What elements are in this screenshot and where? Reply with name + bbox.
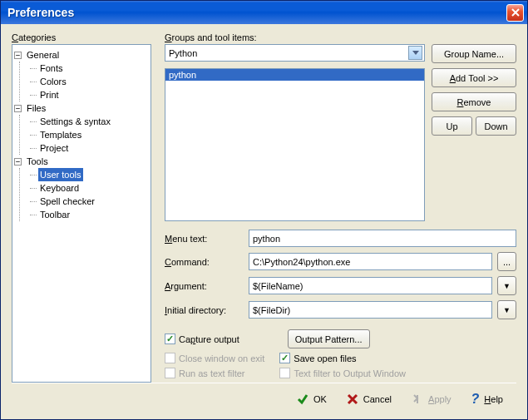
capture-output-checkbox[interactable]: ✓ Capture output	[165, 334, 239, 344]
checkbox-icon: ✓	[165, 334, 175, 344]
collapse-icon[interactable]: −	[14, 52, 22, 59]
list-item[interactable]: python	[165, 69, 424, 81]
tree-item-general[interactable]: − General	[14, 48, 149, 62]
dialog-footer: OK Cancel Apply ? Help	[12, 383, 516, 414]
group-name-button[interactable]: Group Name...	[432, 44, 516, 63]
tree-item-fonts[interactable]: Fonts	[30, 62, 149, 75]
argument-label: Argument:	[165, 281, 244, 291]
close-on-exit-checkbox: Close window on exit	[165, 353, 264, 363]
tree-item-tools[interactable]: − Tools	[14, 155, 149, 168]
tree-item-files[interactable]: − Files	[14, 101, 149, 115]
categories-tree[interactable]: − General Fonts Colors Print −	[12, 44, 151, 383]
tool-items-list[interactable]: python	[165, 68, 425, 221]
checkbox-icon	[165, 368, 175, 378]
apply-button: Apply	[412, 393, 452, 405]
combo-dropdown-button[interactable]	[408, 46, 422, 60]
menu-text-input[interactable]: python	[249, 230, 516, 247]
command-input[interactable]: C:\Python24\python.exe	[249, 253, 492, 270]
groups-combo[interactable]: Python	[165, 44, 425, 62]
close-button[interactable]	[506, 4, 524, 22]
checkbox-icon	[279, 368, 290, 378]
chevron-down-icon: ▼	[503, 306, 511, 314]
apply-icon	[412, 393, 423, 405]
titlebar: Preferences	[1, 1, 527, 24]
remove-button[interactable]: Remove	[432, 92, 516, 111]
tree-item-print[interactable]: Print	[30, 88, 149, 101]
tree-item-colors[interactable]: Colors	[30, 75, 149, 88]
argument-dropdown-button[interactable]: ▼	[497, 276, 516, 295]
tree-item-settings-syntax[interactable]: Settings & syntax	[30, 115, 149, 128]
help-icon: ?	[471, 392, 480, 407]
output-pattern-button[interactable]: Output Pattern...	[288, 329, 370, 348]
initial-dir-input[interactable]: $(FileDir)	[249, 301, 492, 319]
initial-dir-dropdown-button[interactable]: ▼	[497, 300, 516, 319]
run-as-text-filter-checkbox: Run as text filter	[165, 368, 244, 378]
collapse-icon[interactable]: −	[14, 158, 22, 166]
argument-input[interactable]: $(FileName)	[249, 277, 492, 294]
command-label: Command:	[165, 257, 244, 267]
down-button[interactable]: Down	[476, 116, 516, 136]
window-title: Preferences	[7, 6, 506, 19]
tree-item-user-tools[interactable]: User tools	[30, 168, 149, 181]
preferences-window: Preferences Categories − General Font	[0, 0, 528, 420]
ok-button[interactable]: OK	[297, 393, 327, 405]
ellipsis-icon: ...	[503, 257, 511, 267]
cancel-button[interactable]: Cancel	[347, 393, 392, 405]
groups-label: Groups and tool items:	[165, 32, 516, 42]
categories-label: Categories	[12, 32, 151, 42]
collapse-icon[interactable]: −	[14, 105, 22, 112]
tree-item-project[interactable]: Project	[30, 141, 149, 155]
tree-item-spell-checker[interactable]: Spell checker	[30, 195, 149, 208]
initial-dir-label: Initial directory:	[165, 305, 244, 315]
browse-command-button[interactable]: ...	[497, 252, 516, 271]
checkbox-icon	[165, 353, 175, 363]
chevron-down-icon	[412, 51, 419, 55]
add-tool-button[interactable]: Add Tool >>	[432, 68, 516, 87]
menu-text-label: Menu text:	[165, 234, 244, 244]
chevron-down-icon: ▼	[503, 282, 511, 290]
checkbox-icon: ✓	[279, 353, 290, 363]
text-filter-output-checkbox: Text filter to Output Window	[279, 368, 406, 378]
x-icon	[347, 393, 358, 405]
up-button[interactable]: Up	[432, 116, 472, 136]
save-open-files-checkbox[interactable]: ✓ Save open files	[279, 353, 356, 363]
tree-item-keyboard[interactable]: Keyboard	[30, 181, 149, 195]
close-icon	[511, 8, 520, 17]
tree-item-templates[interactable]: Templates	[30, 128, 149, 141]
help-button[interactable]: ? Help	[471, 392, 503, 407]
check-icon	[297, 393, 308, 405]
tree-item-toolbar[interactable]: Toolbar	[30, 208, 149, 221]
